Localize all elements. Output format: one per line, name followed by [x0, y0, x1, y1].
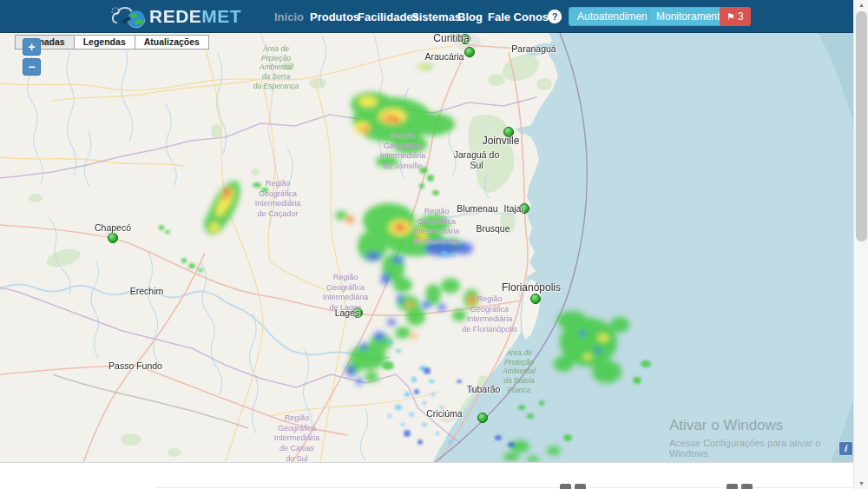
quote-icon — [727, 484, 738, 489]
page-scrollbar[interactable]: ▲ ▼ — [853, 0, 868, 489]
scrollbar-up-arrow[interactable]: ▲ — [854, 0, 868, 10]
redemet-logo-text[interactable]: REDEMET — [149, 6, 241, 27]
tab-legendas[interactable]: Legendas — [75, 35, 135, 50]
tab-atualizacoes[interactable]: Atualizações — [135, 35, 209, 50]
nav-item-produtos[interactable]: Produtos — [310, 10, 359, 23]
top-navbar: REDEMET Início Produtos Facilidades Sist… — [0, 0, 853, 33]
quote-icon — [575, 484, 586, 489]
logo-part-rede: REDE — [149, 6, 201, 26]
zoom-in-button[interactable]: + — [23, 38, 41, 56]
redemet-logo-icon — [109, 3, 149, 30]
weather-radar-map[interactable]: Curitiba Araucária Paranaguá Joinville J… — [0, 33, 853, 463]
nav-item-inicio[interactable]: Início — [274, 10, 304, 23]
quote-icon — [560, 484, 571, 489]
nav-item-facilidades[interactable]: Facilidades — [358, 10, 419, 23]
windows-activation-watermark-subtitle: Acesse Configurações para ativar o Windo… — [669, 438, 853, 459]
city-marker-sao-jose-dos-pinhais[interactable] — [465, 48, 475, 57]
nav-item-sistemas[interactable]: Sistemas — [411, 10, 461, 23]
city-marker-itajai[interactable] — [520, 204, 529, 214]
alerts-flag-badge[interactable]: ⚑3 — [720, 7, 751, 26]
city-marker-lages[interactable] — [353, 308, 363, 318]
city-marker-joinville[interactable] — [504, 128, 514, 137]
city-marker-florianopolis[interactable] — [531, 294, 541, 304]
city-marker-jaguaruna[interactable] — [478, 413, 488, 423]
zoom-out-button[interactable]: − — [23, 58, 41, 76]
flag-icon: ⚑ — [727, 11, 735, 22]
map-tabbar: Camadas Legendas Atualizações — [15, 35, 209, 50]
city-marker-chapeco[interactable] — [108, 234, 118, 243]
logo-part-met: MET — [201, 6, 241, 26]
city-marker-curitiba[interactable] — [461, 35, 470, 44]
page-bottom-section — [0, 464, 853, 489]
map-info-button[interactable]: i — [838, 441, 853, 456]
scrollbar-thumb[interactable] — [856, 11, 867, 241]
scrollbar-down-arrow[interactable]: ▼ — [854, 479, 868, 489]
help-icon[interactable]: ? — [548, 10, 562, 23]
alert-count: 3 — [738, 10, 744, 23]
nav-item-blog[interactable]: Blog — [457, 10, 483, 23]
redemet-page: Curitiba Araucária Paranaguá Joinville J… — [0, 0, 868, 489]
quote-icon — [741, 484, 753, 489]
windows-activation-watermark: Ativar o Windows — [669, 417, 783, 434]
map-canvas — [0, 33, 853, 463]
